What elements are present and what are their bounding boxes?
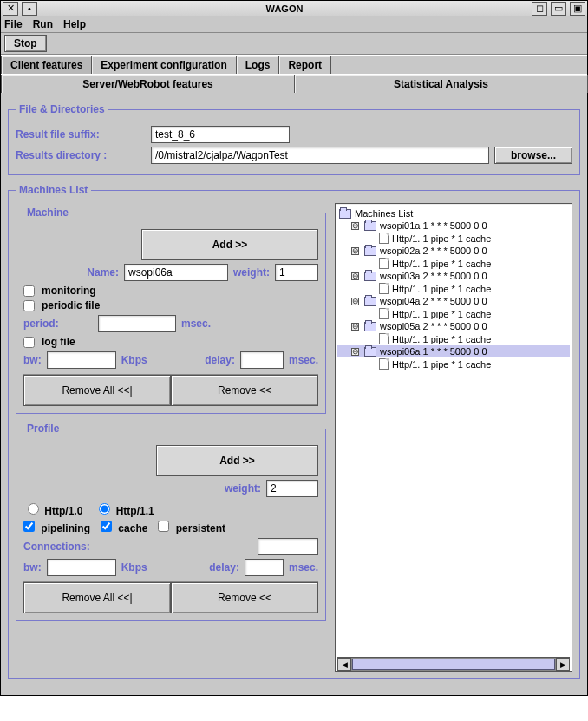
browse-button[interactable]: browse...: [494, 147, 572, 164]
tree-toggle-icon[interactable]: ⊖: [351, 298, 359, 305]
tab-logs[interactable]: Logs: [236, 56, 280, 74]
tree-profile-node[interactable]: Http/1. 1 pipe * 1 cache: [337, 257, 570, 270]
tree-profile-label: Http/1. 1 pipe * 1 cache: [392, 259, 491, 269]
http11-radio[interactable]: [99, 503, 110, 515]
tree-profile-label: Http/1. 1 pipe * 1 cache: [392, 233, 491, 244]
machines-list-legend: Machines List: [16, 184, 91, 196]
machine-delay-input[interactable]: [240, 351, 284, 369]
machine-bw-input[interactable]: [47, 351, 116, 369]
tree-profile-node[interactable]: Http/1. 1 pipe * 1 cache: [337, 282, 570, 295]
tree-machine-node[interactable]: ⊖wsopi04a 2 * * * 5000 0 0: [337, 295, 570, 307]
tree-profile-label: Http/1. 1 pipe * 1 cache: [392, 334, 491, 344]
machines-left-col: Machine Add >> Name: weight: mo: [16, 203, 326, 672]
profile-add-button[interactable]: Add >>: [156, 445, 318, 476]
machine-button-row: Remove All <<| Remove <<: [23, 374, 318, 406]
tree-h-scrollbar[interactable]: ◀ ▶: [337, 657, 570, 671]
machine-legend: Machine: [23, 206, 72, 219]
menu-help[interactable]: Help: [63, 18, 86, 30]
app-window: ✕ • WAGON ◻ ▭ ▣ File Run Help Stop Clien…: [0, 0, 588, 696]
tree-machine-node[interactable]: ⊖wsopi05a 2 * * * 5000 0 0: [337, 320, 570, 332]
http10-radio[interactable]: [28, 503, 39, 515]
tree-toggle-icon[interactable]: ⊖: [351, 348, 359, 356]
machine-delay-unit: msec.: [289, 354, 318, 366]
page-icon: [379, 258, 389, 269]
scroll-right-icon[interactable]: ▶: [556, 658, 570, 671]
machine-add-button[interactable]: Add >>: [141, 229, 318, 260]
tree-profile-label: Http/1. 1 pipe * 1 cache: [392, 284, 491, 294]
folder-icon: [364, 297, 376, 306]
cache-label: cache: [118, 522, 147, 534]
profile-bw-input[interactable]: [47, 559, 116, 576]
tab-report[interactable]: Report: [278, 56, 331, 74]
profile-weight-input[interactable]: [266, 480, 318, 497]
close-icon[interactable]: ✕: [3, 2, 18, 16]
results-dir-label: Results directory :: [16, 149, 146, 161]
monitoring-label: monitoring: [42, 285, 96, 297]
periodic-file-checkbox[interactable]: [23, 300, 35, 311]
stop-button[interactable]: Stop: [4, 35, 47, 52]
http10-label: Http/1.0: [44, 505, 82, 517]
persistent-checkbox[interactable]: [158, 521, 169, 532]
period-input[interactable]: [98, 315, 176, 332]
minimize-icon[interactable]: •: [22, 2, 37, 16]
connections-input[interactable]: [258, 538, 318, 555]
profile-remove-button[interactable]: Remove <<: [171, 582, 318, 613]
tree-machine-node[interactable]: ⊖wsopi01a 1 * * * 5000 0 0: [337, 220, 570, 232]
period-unit: msec.: [181, 318, 211, 330]
tree-machine-label: wsopi03a 2 * * * 5000 0 0: [380, 271, 487, 281]
tree-toggle-icon[interactable]: ⊖: [351, 272, 359, 280]
tree-toggle-icon[interactable]: ⊖: [351, 247, 359, 255]
window-title: WAGON: [39, 3, 530, 14]
tree-machine-label: wsopi01a 1 * * * 5000 0 0: [380, 220, 487, 231]
machine-name-input[interactable]: [124, 264, 228, 281]
machine-delay-label: delay:: [205, 354, 235, 366]
tree-profile-node[interactable]: Http/1. 1 pipe * 1 cache: [337, 232, 570, 245]
tree-profile-label: Http/1. 1 pipe * 1 cache: [392, 309, 491, 319]
machine-weight-input[interactable]: [275, 264, 318, 281]
monitoring-checkbox[interactable]: [23, 285, 35, 297]
shade-icon[interactable]: ▭: [551, 2, 566, 16]
profile-weight-label: weight:: [225, 482, 261, 495]
tree-machine-node[interactable]: ⊖wsopi03a 2 * * * 5000 0 0: [337, 270, 570, 282]
scroll-left-icon[interactable]: ◀: [337, 658, 351, 671]
folder-icon: [364, 347, 376, 357]
menu-file[interactable]: File: [4, 18, 23, 30]
tree-profile-node[interactable]: Http/1. 1 pipe * 1 cache: [337, 307, 570, 320]
scroll-thumb[interactable]: [352, 659, 555, 670]
profile-delay-label: delay:: [209, 561, 239, 574]
profile-delay-input[interactable]: [245, 559, 284, 576]
maximize-icon[interactable]: ▣: [570, 2, 585, 16]
tree-machine-node[interactable]: ⊖wsopi06a 1 * * * 5000 0 0: [337, 345, 570, 357]
tree-machine-label: wsopi06a 1 * * * 5000 0 0: [380, 346, 487, 357]
results-dir-input[interactable]: [151, 147, 489, 164]
content-area: File & Directories Result file suffix: R…: [1, 93, 587, 695]
tree-toggle-icon[interactable]: ⊖: [351, 222, 359, 230]
tree-profile-node[interactable]: Http/1. 1 pipe * 1 cache: [337, 332, 570, 345]
tree-profile-node[interactable]: Http/1. 1 pipe * 1 cache: [337, 357, 570, 370]
log-file-checkbox[interactable]: [23, 337, 35, 348]
tab-statistical-analysis[interactable]: Statistical Analysis: [294, 75, 588, 93]
pipelining-checkbox[interactable]: [23, 521, 35, 532]
menu-run[interactable]: Run: [33, 18, 53, 30]
tab-client-features[interactable]: Client features: [1, 56, 92, 74]
tree-machine-node[interactable]: ⊖wsopi02a 2 * * * 5000 0 0: [337, 245, 570, 257]
tab-experiment-config[interactable]: Experiment configuration: [91, 56, 236, 74]
profile-remove-all-button[interactable]: Remove All <<|: [23, 582, 171, 613]
machine-bw-unit: Kbps: [121, 354, 147, 366]
connections-label: Connections:: [23, 541, 90, 553]
machine-remove-button[interactable]: Remove <<: [171, 375, 318, 406]
restore-icon[interactable]: ◻: [532, 2, 547, 16]
machines-list-group: Machines List Machine Add >> Name: weigh…: [8, 184, 580, 679]
tree-root[interactable]: Machines List: [337, 207, 570, 220]
toolbar: Stop: [1, 33, 587, 55]
profile-group: Profile Add >> weight: Http/1.0 Http/1.1: [16, 423, 326, 621]
tree-toggle-icon[interactable]: ⊖: [351, 323, 359, 331]
tree-profile-label: Http/1. 1 pipe * 1 cache: [392, 359, 491, 370]
machine-remove-all-button[interactable]: Remove All <<|: [23, 375, 171, 406]
profile-bw-label: bw:: [23, 561, 42, 574]
cache-checkbox[interactable]: [101, 521, 112, 532]
title-bar: ✕ • WAGON ◻ ▭ ▣: [1, 1, 587, 16]
tab-server-webrobot[interactable]: Server/WebRobot features: [1, 75, 295, 93]
result-suffix-input[interactable]: [151, 126, 290, 143]
machines-tree[interactable]: Machines List⊖wsopi01a 1 * * * 5000 0 0H…: [337, 207, 570, 657]
